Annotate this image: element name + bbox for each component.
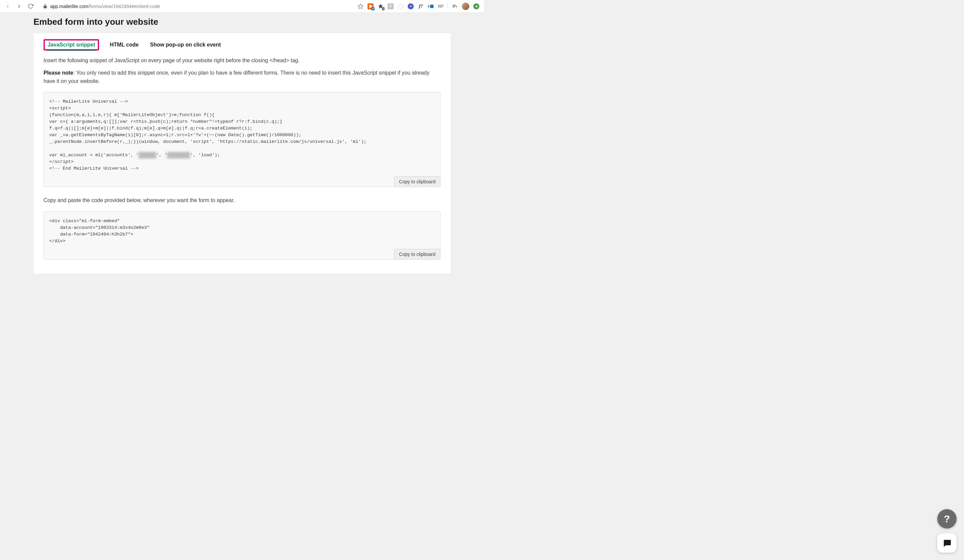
svg-point-2 [399,4,403,8]
note-text: : You only need to add this snippet once… [44,70,430,84]
url-path: /forms/view/1942494#embed-code [88,4,160,9]
reload-icon[interactable] [28,3,34,10]
tab-javascript-snippet[interactable]: JavaScript snippet [47,39,96,51]
extension-icon-6[interactable]: f? [418,3,424,10]
mid-paragraph: Copy and paste the code provided below, … [44,196,441,205]
page-title: Embed form into your website [0,13,484,33]
intro-line1: Insert the following snippet of JavaScri… [44,57,441,65]
svg-marker-3 [410,5,412,7]
url-text: app.mailerlite.com/forms/view/1942494#em… [50,4,160,9]
tabs-row: JavaScript snippet HTML code Show pop-up… [34,33,451,53]
extension-icon-3[interactable]: K [388,3,394,10]
url-bar[interactable]: app.mailerlite.com/forms/view/1942494#em… [39,4,353,9]
back-icon[interactable] [5,3,11,10]
extension-badge: 4 [371,7,375,10]
extension-icon-np[interactable]: NP [438,3,443,10]
lock-icon [43,4,47,9]
extension-icon-2[interactable]: - [378,3,384,10]
svg-marker-6 [475,5,477,7]
svg-marker-4 [428,5,430,8]
code-box-embed: <div class="ml-form-embed" data-account=… [44,211,441,260]
separator [448,3,448,10]
extension-icon-4[interactable] [398,3,404,10]
tab-popup-click[interactable]: Show pop-up on click event [149,39,221,50]
embed-card: JavaScript snippet HTML code Show pop-up… [34,33,451,274]
code-universal[interactable]: <!-- MailerLite Universal --> <script> (… [49,98,435,172]
tab-highlight: JavaScript snippet [44,39,99,50]
tab-content: Insert the following snippet of JavaScri… [34,53,451,260]
nav-arrows [3,3,36,10]
browser-chrome: app.mailerlite.com/forms/view/1942494#em… [0,0,484,13]
page-body: Embed form into your website JavaScript … [0,13,484,281]
avatar[interactable] [462,3,469,10]
forward-icon[interactable] [16,3,22,10]
svg-marker-0 [358,4,363,8]
url-host: app.mailerlite.com [50,4,88,9]
tab-html-code[interactable]: HTML code [109,39,139,50]
svg-rect-5 [430,5,433,8]
extension-icon-last[interactable] [473,3,479,10]
copy-button-1[interactable]: Copy to clipboard [394,176,441,187]
extension-icon-1[interactable]: 4 [368,3,373,10]
code-box-universal: <!-- MailerLite Universal --> <script> (… [44,92,441,187]
code-embed[interactable]: <div class="ml-form-embed" data-account=… [49,218,435,245]
bookmark-star-icon[interactable] [357,3,363,10]
intro-note: Please note: You only need to add this s… [44,69,441,86]
chrome-actions: 4 - K f? NP [357,3,481,10]
playlist-icon[interactable] [452,3,458,10]
extension-icon-5[interactable] [408,3,414,10]
copy-button-2[interactable]: Copy to clipboard [394,249,441,260]
extension-icon-7[interactable] [428,3,434,10]
note-label: Please note [44,70,73,76]
extension-badge-2: - [382,7,385,10]
